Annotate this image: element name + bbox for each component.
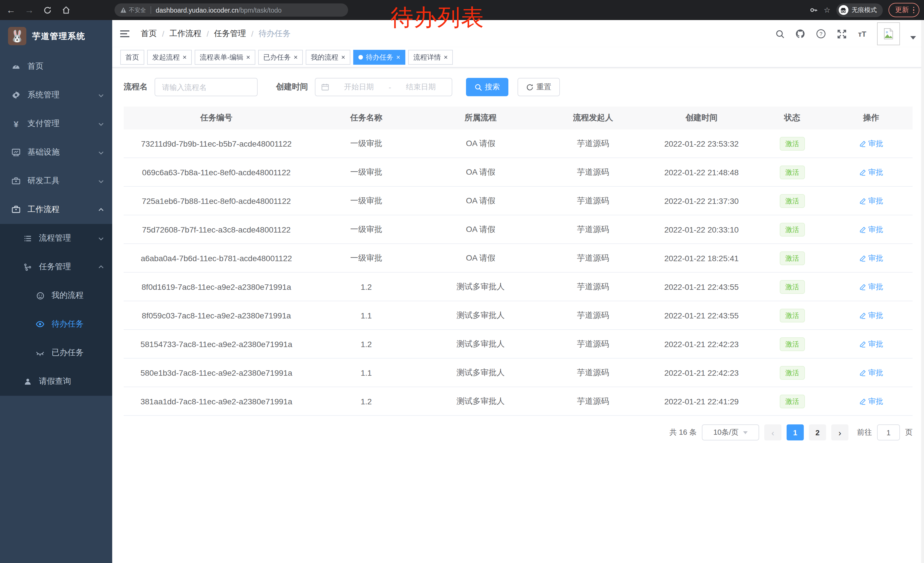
- cell-process: 测试多审批人: [423, 359, 538, 387]
- chevron-down-icon: [98, 92, 104, 98]
- status-badge: 激活: [780, 165, 805, 179]
- chevron-up-icon: [98, 206, 104, 213]
- cell-task-id: 75d72608-7b7f-11ec-a3c8-acde48001122: [124, 215, 309, 243]
- search-icon[interactable]: [774, 28, 786, 39]
- approve-button[interactable]: 审批: [859, 310, 883, 320]
- page-tab[interactable]: 首页: [120, 50, 144, 65]
- approve-button[interactable]: 审批: [859, 339, 883, 349]
- tab-close-icon[interactable]: ×: [294, 54, 298, 61]
- sidebar-item-done-tasks[interactable]: 已办任务: [0, 338, 112, 367]
- breadcrumb-home[interactable]: 首页: [141, 29, 157, 39]
- key-icon[interactable]: [810, 6, 818, 14]
- sidebar-item-payment[interactable]: ¥ 支付管理: [0, 110, 112, 138]
- start-date-placeholder[interactable]: 开始日期: [334, 82, 384, 92]
- page-tab[interactable]: 流程详情 ×: [408, 50, 453, 65]
- tab-close-icon[interactable]: ×: [396, 54, 400, 61]
- annotation-title: 待办列表: [390, 5, 484, 30]
- table-body: 73211d9d-7b9b-11ec-b5b7-acde48001122 一级审…: [124, 129, 912, 416]
- approve-button[interactable]: 审批: [859, 396, 883, 406]
- font-size-icon[interactable]: ᴛT: [856, 28, 868, 39]
- sidebar-item-home[interactable]: 首页: [0, 52, 112, 81]
- approve-button[interactable]: 审批: [859, 195, 883, 206]
- security-warning[interactable]: 不安全: [120, 6, 146, 14]
- avatar-caret-icon[interactable]: [910, 36, 916, 39]
- reset-button[interactable]: 重置: [518, 78, 560, 96]
- kebab-menu-icon[interactable]: [913, 7, 914, 14]
- process-name-input[interactable]: [154, 78, 258, 96]
- page-tab[interactable]: 待办任务 ×: [353, 50, 405, 65]
- page-scrollbar[interactable]: [921, 20, 924, 563]
- sidebar-item-my-process[interactable]: 我的流程: [0, 281, 112, 310]
- incognito-badge: 无痕模式: [836, 3, 882, 17]
- create-time-label: 创建时间: [276, 82, 308, 92]
- next-page-button[interactable]: ›: [831, 424, 848, 440]
- sidebar-item-devtools[interactable]: 研发工具: [0, 167, 112, 195]
- fullscreen-icon[interactable]: [836, 28, 847, 39]
- bookmark-star-icon[interactable]: ☆: [824, 6, 830, 14]
- toolbox-icon: [12, 176, 21, 186]
- prev-page-button[interactable]: ‹: [764, 424, 782, 440]
- page-tab[interactable]: 我的流程 ×: [306, 50, 350, 65]
- sidebar-item-process-mgmt[interactable]: 流程管理: [0, 224, 112, 252]
- sidebar-item-task-mgmt[interactable]: 任务管理: [0, 252, 112, 281]
- cell-task-name: 一级审批: [309, 244, 424, 272]
- total-count: 共 16 条: [669, 427, 697, 438]
- browser-back-icon[interactable]: ←: [3, 3, 18, 18]
- sidebar-item-system[interactable]: 系统管理: [0, 81, 112, 110]
- cell-initiator: 芋道源码: [538, 301, 648, 329]
- github-icon[interactable]: [795, 28, 806, 39]
- browser-forward-icon[interactable]: →: [22, 3, 37, 18]
- cell-task-name: 1.1: [309, 359, 424, 387]
- sidebar-item-infrastructure[interactable]: 基础设施: [0, 138, 112, 167]
- jump-page-input[interactable]: [877, 424, 900, 440]
- approve-button[interactable]: 审批: [859, 281, 883, 292]
- tab-close-icon[interactable]: ×: [246, 54, 250, 61]
- update-button[interactable]: 更新: [888, 3, 920, 17]
- approve-button[interactable]: 审批: [859, 253, 883, 263]
- tab-label: 待办任务: [366, 53, 393, 62]
- page-tab[interactable]: 发起流程 ×: [147, 50, 192, 65]
- approve-button[interactable]: 审批: [859, 167, 883, 177]
- breadcrumb-task-mgmt[interactable]: 任务管理: [214, 29, 246, 39]
- app-logo[interactable]: 🐰 芋道管理系统: [0, 20, 112, 52]
- approve-button[interactable]: 审批: [859, 138, 883, 149]
- breadcrumb-workflow[interactable]: 工作流程: [170, 29, 201, 39]
- cell-task-name: 1.2: [309, 330, 424, 358]
- task-table: 任务编号 任务名称 所属流程 流程发起人 创建时间 状态 操作 73211d9d…: [124, 107, 912, 416]
- cell-initiator: 芋道源码: [538, 129, 648, 158]
- help-icon[interactable]: ?: [815, 28, 826, 39]
- sidebar-item-leave-query[interactable]: 请假查询: [0, 367, 112, 396]
- status-badge: 激活: [780, 337, 805, 351]
- page-tab[interactable]: 已办任务 ×: [258, 50, 303, 65]
- address-bar[interactable]: 不安全 dashboard.yudao.iocoder.cn/bpm/task/…: [114, 3, 348, 17]
- cell-process: OA 请假: [423, 158, 538, 186]
- approve-button[interactable]: 审批: [859, 368, 883, 378]
- cell-process: OA 请假: [423, 129, 538, 158]
- sidebar-item-todo-tasks[interactable]: 待办任务: [0, 310, 112, 338]
- date-range-picker[interactable]: 开始日期 - 结束日期: [315, 78, 452, 96]
- search-button[interactable]: 搜索: [466, 78, 508, 96]
- tab-close-icon[interactable]: ×: [444, 54, 448, 61]
- dashboard-icon: [12, 62, 21, 71]
- cell-actions: 审批: [830, 273, 912, 301]
- cell-task-id: 58154733-7ac8-11ec-a9e2-a2380e71991a: [124, 330, 309, 358]
- cell-task-id: 73211d9d-7b9b-11ec-b5b7-acde48001122: [124, 129, 309, 158]
- cell-task-id: 381aa1dd-7ac8-11ec-a9e2-a2380e71991a: [124, 387, 309, 415]
- avatar[interactable]: [877, 23, 900, 45]
- browser-home-icon[interactable]: [58, 3, 73, 18]
- browser-reload-icon[interactable]: [40, 3, 55, 18]
- tab-close-icon[interactable]: ×: [341, 54, 345, 61]
- approve-button[interactable]: 审批: [859, 224, 883, 234]
- sidebar-item-workflow[interactable]: 工作流程: [0, 195, 112, 224]
- page-url[interactable]: dashboard.yudao.iocoder.cn/bpm/task/todo: [156, 7, 282, 14]
- page-button-2[interactable]: 2: [809, 424, 826, 440]
- sidebar-toggle-icon[interactable]: [120, 28, 132, 39]
- page-size-select[interactable]: 10条/页: [702, 424, 759, 440]
- cell-process: OA 请假: [423, 244, 538, 272]
- page-button-1[interactable]: 1: [787, 424, 804, 440]
- tree-icon: [23, 262, 32, 272]
- cell-actions: 审批: [830, 215, 912, 243]
- end-date-placeholder[interactable]: 结束日期: [396, 82, 446, 92]
- tab-close-icon[interactable]: ×: [183, 54, 187, 61]
- page-tab[interactable]: 流程表单-编辑 ×: [195, 50, 255, 65]
